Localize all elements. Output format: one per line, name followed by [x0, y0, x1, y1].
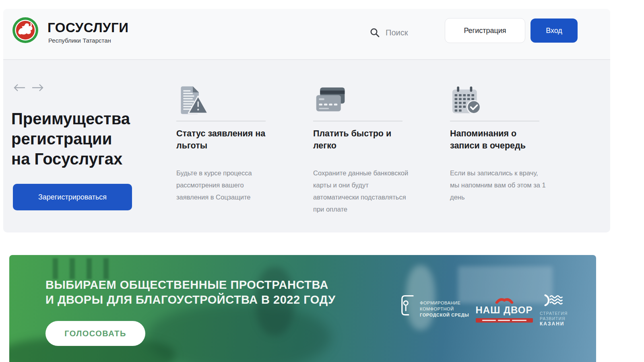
logo-strategy-kazan: СТРАТЕГИЯ РАЗВИТИЯ КАЗАНИ	[540, 294, 572, 327]
banner-photo-overlay	[146, 303, 331, 362]
voting-banner: ВЫБИРАЕМ ОБЩЕСТВЕННЫЕ ПРОСТРАНСТВА И ДВО…	[9, 255, 596, 362]
search-icon	[369, 27, 380, 38]
calendar-check-icon	[451, 86, 483, 116]
nash-dvor-tagline-strip	[476, 318, 533, 323]
card-title: Платить быстро и легко	[313, 128, 391, 152]
card-description: Будьте в курсе процесса рассмотрения ваш…	[176, 167, 252, 203]
card-description: Сохраните данные банковской карты и они …	[313, 167, 408, 215]
carousel-prev-icon[interactable]	[12, 83, 27, 93]
banner-photo-overlay	[70, 258, 75, 279]
feature-card-reminder: Напоминания о записи в очередь Если вы з…	[450, 82, 565, 219]
nash-dvor-roof-icon	[495, 297, 514, 304]
nash-dvor-label: НАШ ДВОР	[473, 304, 535, 316]
fkgs-label: ФОРМИРОВАНИЕ КОМФОРТНОЙ ГОРОДСКОЙ СРЕДЫ	[420, 300, 469, 318]
banner-photo-overlay	[103, 258, 109, 279]
feature-card-status: Статус заявления на льготы Будьте в курс…	[176, 82, 291, 219]
feature-card-pay: Платить быстро и легко Сохраните данные …	[313, 82, 428, 219]
card-divider	[450, 121, 539, 121]
card-divider	[176, 121, 266, 121]
card-title: Статус заявления на льготы	[176, 128, 265, 152]
tatarstan-emblem-logo	[12, 17, 39, 43]
promo-heading: Преимущества регистрации на Госуслугах	[11, 109, 130, 169]
carousel-next-icon[interactable]	[31, 83, 45, 93]
fkgs-doorway-icon	[400, 294, 414, 318]
strategy-kazan-label: СТРАТЕГИЯ РАЗВИТИЯ КАЗАНИ	[540, 311, 572, 327]
banner-photo-overlay	[53, 258, 58, 279]
vote-button[interactable]: ГОЛОСОВАТЬ	[45, 321, 145, 346]
signup-button[interactable]: Зарегистрироваться	[13, 184, 132, 210]
bank-cards-icon	[314, 86, 348, 114]
registration-button[interactable]: Регистрация	[445, 18, 525, 43]
crescent-waves-icon	[540, 294, 567, 306]
card-title: Напоминания о записи в очередь	[450, 128, 526, 152]
site-title: ГОСУСЛУГИ	[47, 20, 129, 35]
banner-photo-overlay	[87, 258, 92, 279]
banner-title: ВЫБИРАЕМ ОБЩЕСТВЕННЫЕ ПРОСТРАНСТВА И ДВО…	[45, 278, 335, 307]
login-button[interactable]: Вход	[530, 19, 578, 43]
logo-fkgs: ФОРМИРОВАНИЕ КОМФОРТНОЙ ГОРОДСКОЙ СРЕДЫ	[400, 294, 481, 318]
logo-nash-dvor: НАШ ДВОР	[473, 297, 535, 323]
card-divider	[313, 121, 402, 121]
card-description: Если вы записались к врачу, мы напомним …	[450, 167, 546, 203]
search-control[interactable]: Поиск	[369, 25, 430, 40]
site-subtitle: Республики Татарстан	[48, 37, 111, 44]
search-label: Поиск	[386, 28, 408, 37]
document-alert-icon	[177, 86, 210, 117]
